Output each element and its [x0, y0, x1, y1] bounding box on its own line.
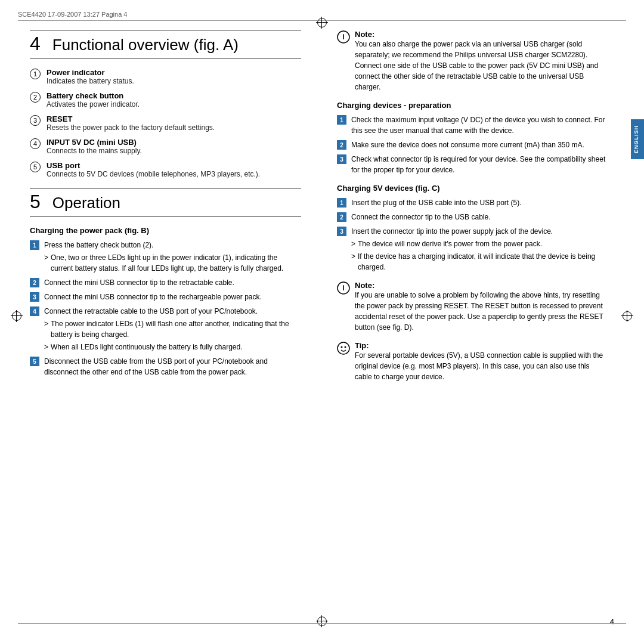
note2-box: i Note: If you are unable to solve a pro… — [337, 281, 608, 333]
5v-step-num-2: 2 — [337, 212, 346, 222]
step-num-1: 1 — [30, 240, 39, 250]
item2-desc: Activates the power indicator. — [47, 100, 140, 109]
step-item: 2 Connect the mini USB connector tip to … — [30, 277, 301, 288]
list-item: 2 Battery check button Activates the pow… — [30, 91, 301, 109]
prep-step-num-1: 1 — [337, 115, 346, 125]
note2-icon: i — [337, 281, 350, 295]
item-num-2: 2 — [30, 92, 41, 103]
step-num-2: 2 — [30, 278, 39, 287]
section5-title: Operation — [52, 194, 120, 212]
step-item: 3 Check what connector tip is required f… — [337, 154, 608, 175]
item3-desc: Resets the power pack to the factory def… — [47, 123, 215, 132]
5v-step3-sub2: If the device has a charging indicator, … — [351, 251, 608, 273]
list-item: 3 RESET Resets the power pack to the fac… — [30, 114, 301, 132]
list-item: 1 Power indicator Indicates the battery … — [30, 68, 301, 85]
svg-text:i: i — [342, 284, 344, 292]
5v-step-num-3: 3 — [337, 227, 346, 236]
step-item: 1 Insert the plug of the USB cable into … — [337, 197, 608, 208]
charging-power-pack-title: Charging the power pack (fig. B) — [30, 226, 301, 235]
tip-text: For several portable devices (5V), a USB… — [355, 350, 608, 382]
charging-5v-steps: 1 Insert the plug of the USB cable into … — [337, 197, 608, 273]
tip-label: Tip: — [355, 341, 608, 350]
right-column: i Note: You can also charge the power pa… — [331, 30, 608, 614]
charging-power-pack-steps: 1 Press the battery check button (2). On… — [30, 240, 301, 377]
item4-desc: Connects to the mains supply. — [47, 147, 142, 155]
charging-devices-prep-title: Charging devices - preparation — [337, 101, 608, 110]
item3-title: RESET — [47, 114, 215, 123]
item4-title: INPUT 5V DC (mini USB) — [47, 138, 142, 147]
prep-step3-text: Check what connector tip is required for… — [351, 154, 608, 175]
charging-5v-title: Charging 5V devices (fig. C) — [337, 184, 608, 193]
step-item: 1 Check the maximum input voltage (V DC)… — [337, 114, 608, 136]
step-item: 5 Disconnect the USB cable from the USB … — [30, 356, 301, 377]
prep-step-num-3: 3 — [337, 154, 346, 164]
step-item: 3 Insert the connector tip into the powe… — [337, 226, 608, 273]
step-num-5: 5 — [30, 357, 39, 366]
step4-sub1: The power indicator LEDs (1) will flash … — [44, 318, 301, 340]
section4-items: 1 Power indicator Indicates the battery … — [30, 68, 301, 178]
header-text: SCE4420 17-09-2007 13:27 Pagina 4 — [18, 11, 127, 18]
step-num-4: 4 — [30, 306, 39, 316]
section5-number: 5 — [30, 192, 41, 211]
tip-icon — [337, 342, 350, 355]
5v-step1-text: Insert the plug of the USB cable into th… — [351, 197, 608, 208]
step5-text: Disconnect the USB cable from the USB po… — [44, 357, 268, 376]
prep-step-num-2: 2 — [337, 140, 346, 150]
note1-label: Note: — [355, 30, 608, 39]
item-num-3: 3 — [30, 115, 41, 126]
item-num-5: 5 — [30, 162, 41, 172]
list-item: 5 USB port Connects to 5V DC devices (mo… — [30, 161, 301, 178]
item5-title: USB port — [47, 161, 260, 170]
prep-step2-text: Make sure the device does not consume mo… — [351, 140, 608, 150]
item1-title: Power indicator — [47, 68, 134, 77]
section4-title: Functional overview (fig. A) — [52, 36, 239, 54]
step1-text: Press the battery check button (2). — [44, 241, 153, 249]
note2-text: If you are unable to solve a problem by … — [355, 290, 608, 333]
item-num-1: 1 — [30, 69, 41, 79]
section4-number: 4 — [30, 34, 41, 53]
step3-text: Connect the mini USB connector tip to th… — [44, 293, 262, 301]
svg-text:i: i — [342, 33, 344, 41]
crosshair-left-center — [11, 310, 23, 322]
svg-point-4 — [338, 342, 349, 354]
step-num-3: 3 — [30, 292, 39, 302]
section5-header: 5 Operation — [30, 188, 301, 216]
left-column: 4 Functional overview (fig. A) 1 Power i… — [30, 30, 313, 614]
step-item: 1 Press the battery check button (2). On… — [30, 240, 301, 274]
crosshair-top-center — [316, 17, 328, 29]
section4-header: 4 Functional overview (fig. A) — [30, 30, 301, 58]
step2-text: Connect the mini USB connector tip to th… — [44, 278, 234, 287]
item5-desc: Connects to 5V DC devices (mobile teleph… — [47, 170, 260, 178]
item-num-4: 4 — [30, 138, 41, 149]
prep-step1-text: Check the maximum input voltage (V DC) o… — [351, 114, 608, 136]
crosshair-right-center — [621, 310, 633, 322]
5v-step-num-1: 1 — [337, 198, 346, 208]
lang-tab: ENGLISH — [631, 119, 644, 159]
step4-text: Connect the retractable cable to the USB… — [44, 307, 258, 315]
note1-text: You can also charge the power pack via a… — [355, 39, 608, 92]
tip-box: Tip: For several portable devices (5V), … — [337, 341, 608, 382]
step-item: 2 Connect the connector tip to the USB c… — [337, 212, 608, 222]
item2-title: Battery check button — [47, 91, 140, 100]
step-item: 4 Connect the retractable cable to the U… — [30, 306, 301, 352]
note2-label: Note: — [355, 281, 608, 290]
charging-devices-prep-steps: 1 Check the maximum input voltage (V DC)… — [337, 114, 608, 175]
step1-sub1: One, two or three LEDs light up in the p… — [44, 252, 301, 274]
note1-box: i Note: You can also charge the power pa… — [337, 30, 608, 92]
note1-icon: i — [337, 30, 350, 44]
5v-step3-text: Insert the connector tip into the power … — [351, 227, 553, 236]
step-item: 2 Make sure the device does not consume … — [337, 140, 608, 150]
list-item: 4 INPUT 5V DC (mini USB) Connects to the… — [30, 138, 301, 155]
svg-point-6 — [345, 346, 346, 348]
main-content: 4 Functional overview (fig. A) 1 Power i… — [30, 30, 608, 614]
bottom-bar — [18, 623, 626, 626]
item1-desc: Indicates the battery status. — [47, 77, 134, 85]
step4-sub2: When all LEDs light continuously the bat… — [44, 342, 301, 352]
5v-step3-sub1: The device will now derive it's power fr… — [351, 239, 608, 249]
5v-step2-text: Connect the connector tip to the USB cab… — [351, 212, 608, 222]
step-item: 3 Connect the mini USB connector tip to … — [30, 292, 301, 302]
svg-point-5 — [341, 346, 343, 348]
